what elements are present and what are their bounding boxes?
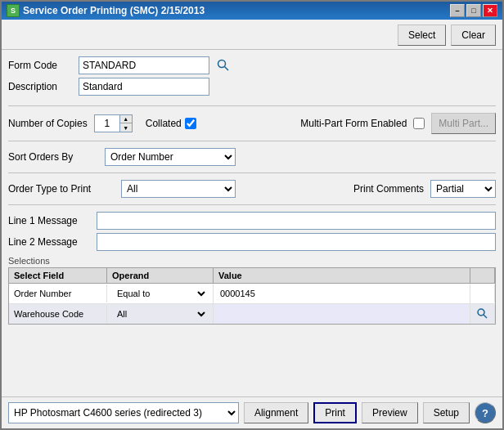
print-comments-label: Print Comments xyxy=(353,183,424,195)
select-field-value-2: Warehouse Code xyxy=(14,309,83,319)
help-button[interactable]: ? xyxy=(475,402,496,423)
line2-input[interactable] xyxy=(97,233,496,251)
title-bar: S Service Order Printing (SMC) 2/15/2013… xyxy=(2,2,502,20)
clear-button[interactable]: Clear xyxy=(451,25,496,46)
multipart-button[interactable]: Multi Part... xyxy=(431,113,496,134)
print-comments-select[interactable]: Partial Full None xyxy=(430,180,496,198)
collated-label: Collated xyxy=(146,118,182,129)
line2-row: Line 2 Message xyxy=(8,233,496,251)
selections-table: Select Field Operand Value Order Number … xyxy=(8,267,496,325)
svg-line-3 xyxy=(484,315,487,318)
select-field-cell-2: Warehouse Code xyxy=(9,305,107,323)
svg-line-1 xyxy=(225,67,229,71)
selections-section: Selections Select Field Operand Value Or… xyxy=(8,256,496,325)
order-type-label: Order Type to Print xyxy=(8,183,115,195)
description-label: Description xyxy=(8,81,74,92)
col-header-select-field: Select Field xyxy=(9,268,107,283)
spinner-arrows: ▲ ▼ xyxy=(120,114,133,132)
selections-header: Select Field Operand Value xyxy=(9,268,495,284)
description-row: Description xyxy=(8,78,496,96)
preview-button[interactable]: Preview xyxy=(362,402,418,423)
multipart-label: Multi-Part Form Enabled xyxy=(300,118,407,129)
print-button[interactable]: Print xyxy=(313,402,357,423)
select-field-cell-1: Order Number xyxy=(9,284,107,302)
order-type-row: Order Type to Print All Standard Rush Pr… xyxy=(8,180,496,198)
order-type-select[interactable]: All Standard Rush xyxy=(121,180,236,198)
description-input[interactable] xyxy=(79,78,209,96)
selections-title: Selections xyxy=(8,256,496,266)
close-button[interactable]: ✕ xyxy=(483,4,497,17)
col-header-value: Value xyxy=(214,268,470,283)
operand-select-1[interactable]: Equal to Not equal to Greater than xyxy=(112,286,208,301)
table-row: Order Number Equal to Not equal to Great… xyxy=(9,284,495,304)
line1-row: Line 1 Message xyxy=(8,212,496,230)
app-icon: S xyxy=(7,4,20,17)
multipart-checkbox[interactable] xyxy=(413,118,425,129)
spin-up-button[interactable]: ▲ xyxy=(120,115,132,123)
copies-spinner: ▲ ▼ xyxy=(94,114,133,132)
form-code-section: Form Code Description xyxy=(8,56,496,99)
value-cell-2 xyxy=(214,304,470,324)
divider-2 xyxy=(8,141,496,141)
form-code-search-button[interactable] xyxy=(214,56,232,74)
maximize-button[interactable]: □ xyxy=(466,4,481,17)
line1-input[interactable] xyxy=(97,212,496,230)
search-icon xyxy=(217,59,230,72)
bottom-bar: HP Photosmart C4600 series (redirected 3… xyxy=(2,396,502,428)
main-window: S Service Order Printing (SMC) 2/15/2013… xyxy=(0,0,504,430)
search-icon xyxy=(476,307,489,320)
setup-button[interactable]: Setup xyxy=(423,402,470,423)
value-input-1[interactable] xyxy=(218,286,465,301)
col-header-icon xyxy=(470,268,495,283)
operand-cell-1: Equal to Not equal to Greater than xyxy=(107,284,214,303)
sort-select[interactable]: Order Number Customer Date xyxy=(105,148,236,166)
icon-cell-1 xyxy=(470,284,495,302)
divider-1 xyxy=(8,105,496,106)
copies-input[interactable] xyxy=(94,114,120,132)
form-code-row: Form Code xyxy=(8,56,496,74)
table-row: Warehouse Code All Equal to xyxy=(9,304,495,324)
svg-point-0 xyxy=(218,60,226,68)
divider-4 xyxy=(8,204,496,205)
title-controls: – □ ✕ xyxy=(450,4,497,17)
minimize-button[interactable]: – xyxy=(450,4,465,17)
svg-point-2 xyxy=(478,309,484,316)
icon-cell-2[interactable] xyxy=(470,305,495,323)
line1-label: Line 1 Message xyxy=(8,215,90,226)
select-field-value-1: Order Number xyxy=(14,289,71,298)
collated-checkbox[interactable] xyxy=(185,118,196,129)
alignment-button[interactable]: Alignment xyxy=(244,402,308,423)
value-input-2[interactable] xyxy=(218,307,465,321)
line2-label: Line 2 Message xyxy=(8,236,90,248)
messages-section: Line 1 Message Line 2 Message xyxy=(8,212,496,251)
operand-cell-2: All Equal to xyxy=(107,304,214,324)
value-cell-1 xyxy=(214,284,470,303)
main-content: Form Code Description Number of Copies xyxy=(2,50,502,396)
sort-row: Sort Orders By Order Number Customer Dat… xyxy=(8,148,496,166)
form-code-label: Form Code xyxy=(8,60,74,71)
printer-select[interactable]: HP Photosmart C4600 series (redirected 3… xyxy=(8,402,239,423)
form-code-input[interactable] xyxy=(79,56,209,74)
select-button[interactable]: Select xyxy=(398,25,446,46)
copies-row: Number of Copies ▲ ▼ Collated Multi-Part… xyxy=(8,113,496,134)
window-title: Service Order Printing (SMC) 2/15/2013 xyxy=(23,5,450,16)
copies-label: Number of Copies xyxy=(8,118,88,129)
spin-down-button[interactable]: ▼ xyxy=(120,123,132,132)
divider-3 xyxy=(8,172,496,173)
collated-area: Collated xyxy=(146,118,196,129)
sort-label: Sort Orders By xyxy=(8,151,98,163)
operand-select-2[interactable]: All Equal to xyxy=(112,307,208,321)
col-header-operand: Operand xyxy=(107,268,214,283)
